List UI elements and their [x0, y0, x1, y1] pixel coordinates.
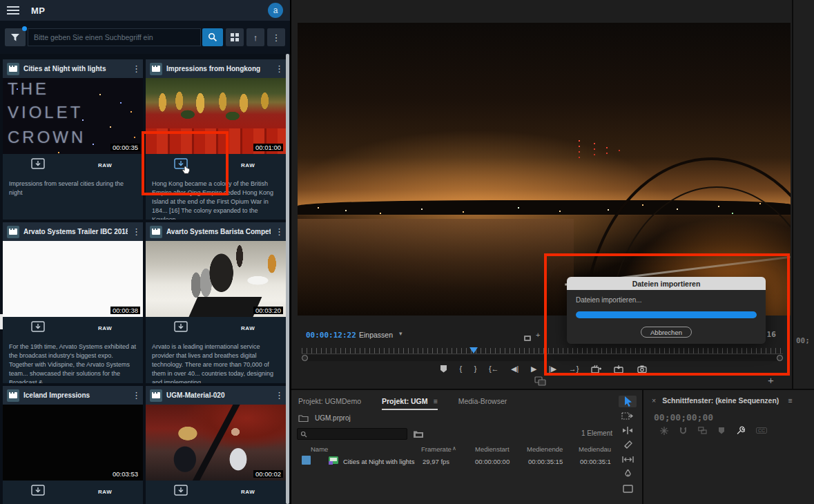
download-button-active[interactable]	[174, 158, 188, 172]
source-monitor-video[interactable]	[298, 23, 791, 316]
raw-badge: RAW	[241, 325, 255, 331]
card-description: Impressions from several cities during t…	[3, 176, 143, 201]
filter-button[interactable]	[5, 28, 26, 46]
drag-video-audio-icon[interactable]	[534, 376, 546, 389]
nest-sequence-icon[interactable]	[660, 427, 668, 435]
download-button[interactable]	[174, 485, 188, 498]
ripple-edit-tool[interactable]	[619, 425, 637, 436]
linked-selection-icon[interactable]	[698, 427, 707, 434]
card-menu-icon[interactable]: ⋮	[132, 64, 139, 74]
media-card-grid: Cities at Night with lights ⋮ THE VIOLET…	[3, 59, 287, 504]
tab-projekt-ugmdemo[interactable]: Projekt: UGMDemo	[298, 397, 361, 409]
play-button[interactable]: ▶	[531, 365, 536, 374]
column-header-medienende[interactable]: Medienende	[527, 445, 563, 453]
new-bin-button[interactable]	[413, 429, 424, 441]
search-input[interactable]	[28, 28, 201, 46]
card-title: Impressions from Hongkong	[166, 65, 271, 72]
output-settings-icon[interactable]	[523, 332, 532, 345]
media-card-hongkong[interactable]: Impressions from Hongkong ⋮ 00:01:00 RAW	[146, 59, 286, 220]
card-menu-icon[interactable]: ⋮	[275, 390, 282, 400]
selection-tool[interactable]	[619, 396, 637, 407]
cancel-button[interactable]: Abbrechen	[641, 327, 692, 338]
insert-button[interactable]	[591, 365, 602, 374]
search-button[interactable]	[202, 28, 223, 46]
download-button[interactable]	[31, 485, 45, 498]
add-marker-button[interactable]	[440, 365, 447, 373]
mark-out-button[interactable]: }	[474, 365, 477, 373]
card-title: Cities at Night with lights	[23, 65, 128, 72]
card-thumbnail[interactable]: 00:00:02	[146, 405, 286, 481]
card-header: Avarto Systems Barista Competition ⋮	[146, 222, 286, 241]
step-forward-button[interactable]: |▶	[549, 365, 556, 374]
close-icon[interactable]: ×	[652, 396, 656, 405]
media-card-ugm-material[interactable]: UGM-Material-020 ⋮ 00:00:02 RAW	[146, 386, 286, 504]
marker-icon[interactable]	[718, 427, 725, 434]
media-card-iceland[interactable]: Iceland Impressions ⋮ 00:03:53 RAW	[3, 386, 143, 504]
hamburger-menu-icon[interactable]	[7, 6, 19, 14]
column-header-framerate[interactable]: Framerate	[421, 445, 452, 453]
left-panel-scrollbar[interactable]	[286, 54, 289, 504]
playhead-marker[interactable]	[469, 347, 478, 353]
chevron-down-icon[interactable]: ▾	[399, 330, 403, 337]
column-header-medienstart[interactable]: Medienstart	[475, 445, 510, 453]
zoom-handle-right[interactable]	[777, 355, 783, 361]
upload-button[interactable]: ↑	[246, 28, 264, 46]
card-thumbnail[interactable]: 00:01:00	[146, 78, 286, 154]
fit-dropdown[interactable]: Einpassen	[359, 331, 393, 339]
razor-tool[interactable]	[619, 439, 637, 451]
card-menu-icon[interactable]: ⋮	[132, 390, 139, 400]
button-editor-plus[interactable]: +	[768, 374, 774, 386]
tab-media-browser[interactable]: Media-Browser	[458, 397, 507, 409]
timeline-settings-wrench-icon[interactable]	[736, 426, 745, 435]
zoom-handle-left[interactable]	[302, 355, 308, 361]
column-header-mediendauer[interactable]: Mediendau	[579, 445, 611, 453]
dialog-title[interactable]: Dateien importieren	[567, 277, 766, 290]
clip-label-color[interactable]	[302, 456, 311, 465]
monitor-zoom-scrollbar[interactable]	[302, 355, 783, 361]
card-thumbnail[interactable]: THE VIOLET CROWN 00:00:35	[3, 78, 143, 154]
goto-in-button[interactable]: {←	[489, 365, 499, 373]
download-button[interactable]	[31, 321, 45, 335]
panel-menu-icon[interactable]: ≡	[788, 396, 792, 405]
card-actions: RAW	[3, 154, 143, 176]
slip-tool[interactable]	[619, 454, 637, 465]
kebab-icon: ⋮	[272, 32, 281, 43]
media-card-cities-at-night[interactable]: Cities at Night with lights ⋮ THE VIOLET…	[3, 59, 143, 220]
duration-badge: 00:03:53	[110, 470, 140, 478]
column-header-name[interactable]: Name	[311, 445, 328, 453]
card-menu-icon[interactable]: ⋮	[132, 226, 139, 237]
raw-badge: RAW	[241, 162, 255, 168]
download-button[interactable]	[174, 321, 188, 335]
rectangle-tool[interactable]	[619, 483, 637, 494]
card-thumbnail[interactable]: 00:03:53	[3, 405, 143, 481]
captions-icon[interactable]: CC	[756, 427, 767, 434]
card-menu-icon[interactable]: ⋮	[275, 64, 282, 74]
media-card-barista[interactable]: Avarto Systems Barista Competition ⋮ 00:…	[146, 222, 286, 383]
comparison-view-icon[interactable]: +	[536, 331, 540, 339]
project-search-input[interactable]	[297, 428, 407, 440]
mark-in-button[interactable]: {	[460, 365, 463, 373]
project-breadcrumb[interactable]: UGM.prproj	[298, 414, 351, 422]
export-frame-button[interactable]	[637, 365, 647, 373]
tab-projekt-ugm[interactable]: Projekt: UGM ≡	[382, 397, 438, 410]
sort-ascending-icon[interactable]: ∧	[452, 445, 456, 452]
media-card-arvato-trailer[interactable]: Arvato Systems Trailer IBC 2018 ⋮ 00:00:…	[3, 222, 143, 383]
card-thumbnail[interactable]: 00:03:20	[146, 241, 286, 317]
avatar[interactable]: a	[268, 3, 283, 18]
timeline-panel-title: Schnittfenster: (keine Sequenzen)	[662, 396, 779, 405]
step-back-button[interactable]: ◀|	[511, 365, 519, 374]
monitor-time-ruler[interactable]	[302, 348, 783, 353]
tab-menu-icon[interactable]: ≡	[434, 397, 438, 405]
goto-out-button[interactable]: →}	[569, 365, 579, 373]
toolbar-more-button[interactable]: ⋮	[267, 28, 285, 46]
clip-type-icon	[328, 456, 340, 465]
track-select-forward-tool[interactable]	[619, 410, 637, 422]
pen-tool[interactable]	[619, 468, 637, 480]
card-menu-icon[interactable]: ⋮	[275, 226, 282, 237]
overwrite-button[interactable]	[614, 365, 625, 374]
download-button[interactable]	[31, 158, 45, 172]
snap-magnet-icon[interactable]	[679, 427, 687, 435]
video-asset-icon	[150, 63, 162, 75]
grid-view-button[interactable]	[226, 28, 244, 46]
card-thumbnail[interactable]: 00:00:38	[3, 241, 143, 317]
